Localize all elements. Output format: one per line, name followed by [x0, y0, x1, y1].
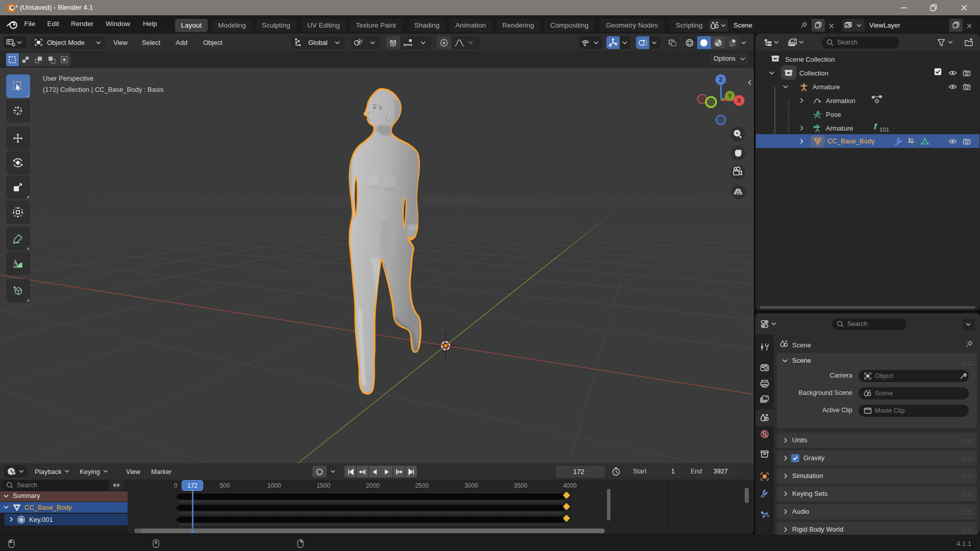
- svg-text:X: X: [737, 97, 741, 104]
- svg-text:Z: Z: [719, 77, 723, 83]
- svg-text:Y: Y: [728, 93, 732, 99]
